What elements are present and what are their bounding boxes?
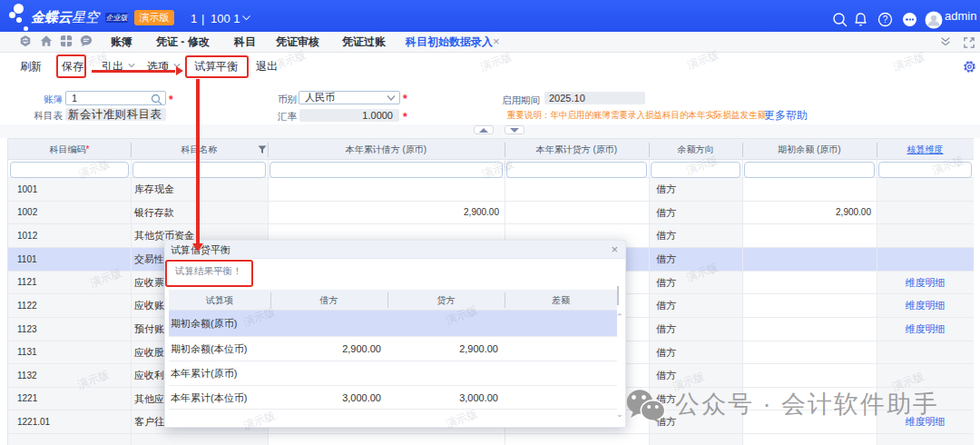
svg-text:?: ? — [883, 15, 888, 25]
